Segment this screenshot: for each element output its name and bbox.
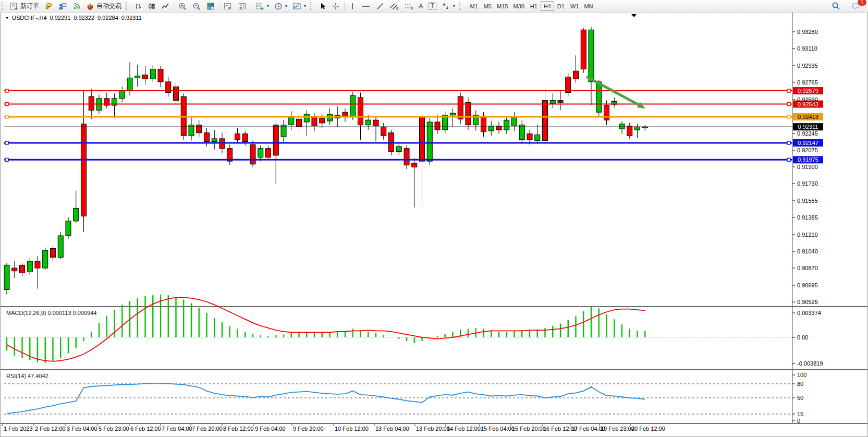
timeframe-button-M30[interactable]: M30	[510, 1, 527, 11]
candle-body	[43, 250, 48, 268]
toolbar-grip[interactable]	[2, 2, 5, 10]
chart-window-bg	[0, 12, 868, 437]
notifications-button[interactable]: 1	[848, 1, 865, 11]
line-handle[interactable]	[5, 103, 8, 106]
candlestick-chart-button[interactable]	[145, 1, 158, 11]
line-handle[interactable]	[787, 89, 790, 92]
price-tick-label: 0.90525	[797, 299, 818, 305]
price-tick-label: 0.90870	[797, 265, 818, 271]
price-tick-label: 0.90695	[797, 282, 818, 288]
macd-axis-label: -0.003819	[797, 360, 823, 367]
candle-body	[604, 105, 609, 120]
candle-body	[197, 125, 202, 133]
candle-body	[327, 114, 333, 121]
timeframe-button-M1[interactable]: M1	[467, 1, 481, 11]
search-icon	[832, 2, 840, 10]
period-button[interactable]: ▾	[272, 1, 290, 11]
bar-chart-button[interactable]	[131, 1, 145, 11]
candle-body	[51, 248, 56, 257]
line-handle[interactable]	[5, 141, 8, 144]
line-handle[interactable]	[5, 89, 8, 92]
line-handle[interactable]	[787, 103, 790, 106]
line-chart-button[interactable]	[158, 1, 172, 11]
new-chart-dropdown-caret[interactable]: ▾	[267, 4, 269, 8]
toolbar-grip[interactable]	[126, 2, 129, 10]
new-chart-button[interactable]: ▾	[253, 1, 272, 11]
rsi-axis-label: 80	[797, 381, 803, 387]
hline-tool-button[interactable]	[359, 1, 373, 11]
candle-body	[212, 139, 217, 142]
zoom-out-button[interactable]	[190, 1, 204, 11]
template-button[interactable]: ▾	[290, 1, 309, 11]
line-handle[interactable]	[787, 141, 790, 144]
fibonacci-tool-button[interactable]: F	[401, 1, 416, 11]
timeframe-button-W1[interactable]: W1	[568, 1, 582, 11]
period-dropdown-caret[interactable]: ▾	[285, 4, 287, 8]
vline-tool-button[interactable]	[346, 1, 359, 11]
chart-shift-icon	[238, 2, 247, 10]
rsi-label: RSI(14) 47.4042	[6, 373, 48, 379]
line-handle[interactable]	[787, 115, 790, 118]
candle-body	[81, 124, 87, 216]
signals-button[interactable]	[70, 1, 83, 11]
cursor-tool-button[interactable]	[316, 1, 329, 11]
toolbar-grip[interactable]	[459, 2, 463, 10]
time-tick-label: 14 Feb 12:00	[447, 426, 481, 432]
search-button[interactable]	[828, 1, 844, 11]
line-handle[interactable]	[787, 158, 790, 161]
new-order-button[interactable]: 新订单	[7, 1, 42, 11]
time-tick-label: 13 Feb 20:00	[416, 426, 450, 432]
price-tick-label: 0.91555	[797, 198, 818, 204]
template-dropdown-caret[interactable]: ▾	[304, 4, 306, 8]
text-tool-button[interactable]: A	[416, 1, 426, 11]
timeframe-group: M1M5M15M30H1H4D1W1MN	[467, 1, 595, 11]
candle-body	[373, 120, 378, 126]
time-tick-label: 15 Feb 04:00	[481, 426, 515, 432]
candle-body	[312, 116, 317, 126]
channel-tool-button[interactable]: E	[387, 1, 401, 11]
trendline-tool-button[interactable]	[373, 1, 387, 11]
candle-body	[135, 76, 140, 78]
candle-body	[350, 95, 356, 117]
time-tick-label: 7 Feb 04:00	[162, 426, 192, 432]
zoom-in-button[interactable]	[176, 1, 190, 11]
collapse-icon[interactable]: ▼	[5, 16, 9, 20]
toolbar-separator	[174, 2, 174, 10]
arrows-tool-button[interactable]: ▾	[439, 1, 458, 11]
timeframe-button-D1[interactable]: D1	[554, 1, 568, 11]
timeframe-button-M5[interactable]: M5	[481, 1, 494, 11]
macd-axis-label: 0.00	[797, 334, 808, 341]
candle-body	[435, 122, 440, 130]
line-handle[interactable]	[5, 115, 8, 118]
timeframe-button-MN[interactable]: MN	[581, 1, 595, 11]
low-value: 0.92284	[97, 15, 118, 21]
candle-body	[450, 113, 456, 115]
candle-body	[519, 125, 524, 140]
main-toolbar: 新订单	[0, 0, 868, 13]
tile-windows-button[interactable]	[204, 1, 217, 11]
autotrading-button[interactable]: 自动交易	[83, 1, 124, 11]
signals-radar-icon	[72, 2, 81, 10]
vertical-line-icon	[349, 2, 356, 10]
price-tick-label: 0.91900	[797, 164, 818, 170]
chart-shift-button[interactable]	[235, 1, 249, 11]
toolbar-right-tools: 1	[828, 0, 865, 12]
timeframe-button-H4[interactable]: H4	[541, 1, 554, 11]
timeframe-button-M15[interactable]: M15	[494, 1, 510, 11]
timeframe-button-H1[interactable]: H1	[527, 1, 541, 11]
label-tool-button[interactable]: T	[426, 1, 439, 11]
time-tick-label: 8 Feb 12:00	[223, 426, 254, 432]
price-tick-label: 0.91385	[797, 214, 818, 221]
arrows-dropdown-caret[interactable]: ▾	[453, 4, 455, 8]
terminal-button[interactable]	[56, 1, 70, 11]
candle-body	[58, 236, 63, 257]
time-tick-label: 5 Feb 23:00	[99, 426, 129, 432]
crosshair-tool-button[interactable]	[329, 1, 343, 11]
expert-advisors-button[interactable]	[42, 1, 56, 11]
auto-scroll-button[interactable]	[221, 1, 235, 11]
line-handle[interactable]	[5, 158, 8, 161]
candle-body	[258, 149, 263, 157]
arrows-tool-icon	[442, 2, 450, 10]
notification-badge: 1	[858, 0, 866, 6]
toolbar-grip[interactable]	[310, 2, 314, 10]
